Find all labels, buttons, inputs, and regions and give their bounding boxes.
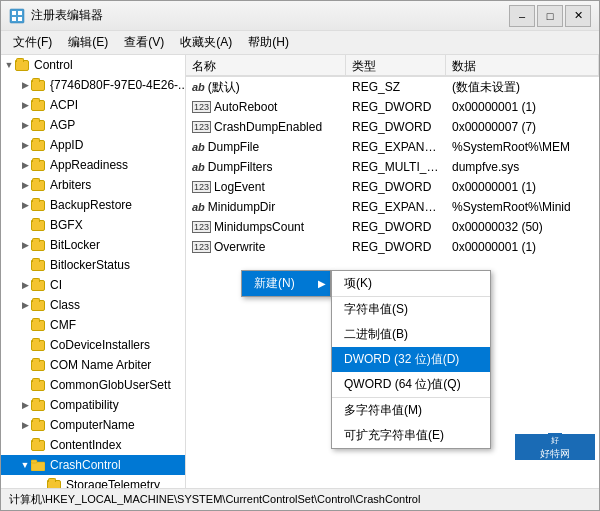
svg-rect-4 xyxy=(18,17,22,21)
close-button[interactable]: ✕ xyxy=(565,5,591,27)
list-item[interactable]: ab MinidumpDir REG_EXPAND_SZ %SystemRoot… xyxy=(186,197,599,217)
dword-icon: 123 xyxy=(192,101,211,113)
submenu-item-string[interactable]: 字符串值(S) xyxy=(332,296,490,322)
cell-data-default: (数值未设置) xyxy=(446,79,599,96)
folder-icon-codeviceinstallers xyxy=(31,340,45,351)
context-menu-new-item[interactable]: 新建(N) ▶ xyxy=(242,271,330,296)
tree-item-contentindex[interactable]: ▶ ContentIndex xyxy=(1,435,185,455)
tree-label-bgfx: BGFX xyxy=(50,218,83,232)
cell-type-dumpfile: REG_EXPAND_SZ xyxy=(346,140,446,154)
tree-item-bitlocker[interactable]: ▶ BitLocker xyxy=(1,235,185,255)
tree-label-codeviceinstallers: CoDeviceInstallers xyxy=(50,338,150,352)
title-bar: 注册表编辑器 – □ ✕ xyxy=(1,1,599,31)
folder-icon-bgfx xyxy=(31,220,45,231)
tree-item-codeviceinstallers[interactable]: ▶ CoDeviceInstallers xyxy=(1,335,185,355)
folder-icon-ci xyxy=(31,280,45,291)
folder-icon-agp xyxy=(31,120,45,131)
menu-favorites[interactable]: 收藏夹(A) xyxy=(172,32,240,53)
tree-item-cmf[interactable]: ▶ CMF xyxy=(1,315,185,335)
cell-type-dumpfilters: REG_MULTI_SZ xyxy=(346,160,446,174)
tree-item-ci[interactable]: ▶ CI xyxy=(1,275,185,295)
expand-icon-class: ▶ xyxy=(19,299,31,311)
svg-rect-2 xyxy=(18,11,22,15)
menu-view[interactable]: 查看(V) xyxy=(116,32,172,53)
submenu-item-multistring[interactable]: 多字符串值(M) xyxy=(332,397,490,423)
folder-icon-backuprestore xyxy=(31,200,45,211)
submenu-item-expandstring[interactable]: 可扩充字符串值(E) xyxy=(332,423,490,448)
folder-icon-7746 xyxy=(31,80,45,91)
expand-icon-bitlocker: ▶ xyxy=(19,239,31,251)
menu-file[interactable]: 文件(F) xyxy=(5,32,60,53)
dword-icon: 123 xyxy=(192,181,211,193)
col-header-data[interactable]: 数据 xyxy=(446,55,599,75)
status-bar-text: 计算机\HKEY_LOCAL_MACHINE\SYSTEM\CurrentCon… xyxy=(9,492,420,507)
tree-item-storagetelemetry[interactable]: ▶ StorageTelemetry xyxy=(1,475,185,488)
list-item[interactable]: 123 Overwrite REG_DWORD 0x00000001 (1) xyxy=(186,237,599,257)
list-item[interactable]: 123 CrashDumpEnabled REG_DWORD 0x0000000… xyxy=(186,117,599,137)
registry-tree[interactable]: ▼ Control ▶ {7746D80F-97E0-4E26-... ▶ AC… xyxy=(1,55,186,488)
expand-icon-computername: ▶ xyxy=(19,419,31,431)
folder-icon-cmf xyxy=(31,320,45,331)
tree-item-appreadiness[interactable]: ▶ AppReadiness xyxy=(1,155,185,175)
tree-item-appid[interactable]: ▶ AppID xyxy=(1,135,185,155)
tree-label-bitlockerstatus: BitlockerStatus xyxy=(50,258,130,272)
window-title: 注册表编辑器 xyxy=(31,7,103,24)
folder-icon-bitlocker xyxy=(31,240,45,251)
menu-bar: 文件(F) 编辑(E) 查看(V) 收藏夹(A) 帮助(H) xyxy=(1,31,599,55)
tree-item-control[interactable]: ▼ Control xyxy=(1,55,185,75)
expand-icon-agp: ▶ xyxy=(19,119,31,131)
list-item[interactable]: 123 MinidumpsCount REG_DWORD 0x00000032 … xyxy=(186,217,599,237)
registry-values-pane: 名称 类型 数据 ab (默认) REG_SZ (数值未设置) xyxy=(186,55,599,488)
tree-item-class[interactable]: ▶ Class xyxy=(1,295,185,315)
list-item[interactable]: ab (默认) REG_SZ (数值未设置) xyxy=(186,77,599,97)
col-header-name[interactable]: 名称 xyxy=(186,55,346,75)
maximize-button[interactable]: □ xyxy=(537,5,563,27)
tree-label-cmf: CMF xyxy=(50,318,76,332)
tree-item-bgfx[interactable]: ▶ BGFX xyxy=(1,215,185,235)
menu-help[interactable]: 帮助(H) xyxy=(240,32,297,53)
tree-item-commonglobusersets[interactable]: ▶ CommonGlobUserSett xyxy=(1,375,185,395)
folder-icon-compatibility xyxy=(31,400,45,411)
list-item[interactable]: 123 AutoReboot REG_DWORD 0x00000001 (1) xyxy=(186,97,599,117)
expand-icon-compatibility: ▶ xyxy=(19,399,31,411)
tree-item-7746[interactable]: ▶ {7746D80F-97E0-4E26-... xyxy=(1,75,185,95)
tree-label-class: Class xyxy=(50,298,80,312)
tree-item-comname[interactable]: ▶ COM Name Arbiter xyxy=(1,355,185,375)
tree-label-agp: AGP xyxy=(50,118,75,132)
list-header: 名称 类型 数据 xyxy=(186,55,599,77)
tree-item-acpi[interactable]: ▶ ACPI xyxy=(1,95,185,115)
svg-rect-5 xyxy=(31,462,45,471)
tree-item-agp[interactable]: ▶ AGP xyxy=(1,115,185,135)
submenu-arrow-icon: ▶ xyxy=(318,278,326,289)
col-header-type[interactable]: 类型 xyxy=(346,55,446,75)
cell-type-minidumpdir: REG_EXPAND_SZ xyxy=(346,200,446,214)
tree-item-bitlockerstatus[interactable]: ▶ BitlockerStatus xyxy=(1,255,185,275)
list-item[interactable]: ab DumpFile REG_EXPAND_SZ %SystemRoot%\M… xyxy=(186,137,599,157)
watermark-text: 好特网 xyxy=(540,447,570,461)
expand-icon-control: ▼ xyxy=(3,59,15,71)
minimize-button[interactable]: – xyxy=(509,5,535,27)
list-item[interactable]: ab DumpFilters REG_MULTI_SZ dumpfve.sys xyxy=(186,157,599,177)
cell-data-dumpfilters: dumpfve.sys xyxy=(446,160,599,174)
cell-type-default: REG_SZ xyxy=(346,80,446,94)
submenu-item-binary[interactable]: 二进制值(B) xyxy=(332,322,490,347)
tree-label-ci: CI xyxy=(50,278,62,292)
tree-item-crashcontrol[interactable]: ▼ CrashControl xyxy=(1,455,185,475)
registry-editor-window: 注册表编辑器 – □ ✕ 文件(F) 编辑(E) 查看(V) 收藏夹(A) 帮助… xyxy=(0,0,600,511)
tree-item-computername[interactable]: ▶ ComputerName xyxy=(1,415,185,435)
folder-icon-acpi xyxy=(31,100,45,111)
submenu-item-key[interactable]: 项(K) xyxy=(332,271,490,296)
submenu-item-dword32[interactable]: DWORD (32 位)值(D) xyxy=(332,347,490,372)
folder-icon-commonglobusersets xyxy=(31,380,45,391)
cell-data-minidumpscount: 0x00000032 (50) xyxy=(446,220,599,234)
expand-icon-acpi: ▶ xyxy=(19,99,31,111)
tree-item-backuprestore[interactable]: ▶ BackupRestore xyxy=(1,195,185,215)
ab-icon: ab xyxy=(192,161,205,173)
list-item[interactable]: 123 LogEvent REG_DWORD 0x00000001 (1) xyxy=(186,177,599,197)
submenu-item-qword64[interactable]: QWORD (64 位)值(Q) xyxy=(332,372,490,397)
tree-item-arbiters[interactable]: ▶ Arbiters xyxy=(1,175,185,195)
tree-label-appid: AppID xyxy=(50,138,83,152)
tree-item-compatibility[interactable]: ▶ Compatibility xyxy=(1,395,185,415)
tree-label-bitlocker: BitLocker xyxy=(50,238,100,252)
menu-edit[interactable]: 编辑(E) xyxy=(60,32,116,53)
